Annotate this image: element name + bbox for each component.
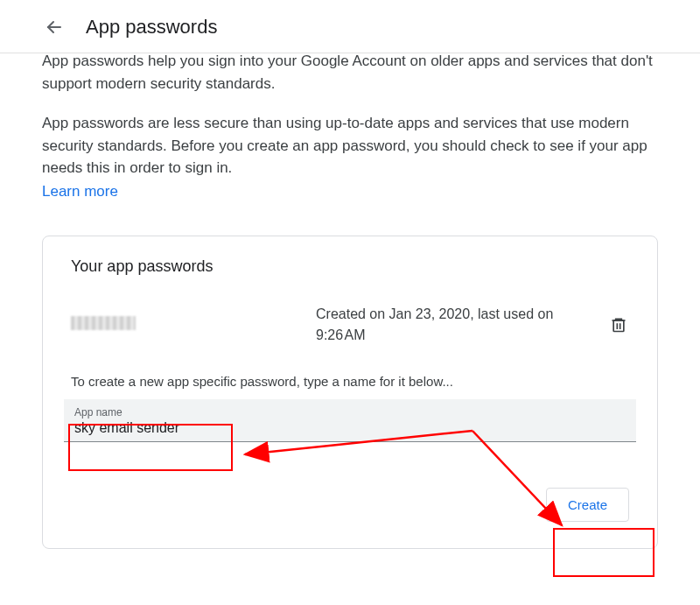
- intro-paragraph-2: App passwords are less secure than using…: [42, 112, 658, 179]
- app-name-field[interactable]: App name: [64, 399, 636, 442]
- create-button[interactable]: Create: [546, 488, 629, 522]
- learn-more-link[interactable]: Learn more: [42, 183, 118, 200]
- create-button-row: Create: [64, 488, 636, 522]
- app-name-input[interactable]: [74, 420, 626, 436]
- delete-password-button[interactable]: [608, 314, 629, 335]
- app-name-label: App name: [74, 406, 626, 419]
- page-title: App passwords: [86, 16, 217, 39]
- passwords-card: Your app passwords Created on Jan 23, 20…: [42, 236, 658, 549]
- existing-password-name: [71, 316, 316, 334]
- intro-paragraph-1: App passwords help you sign into your Go…: [42, 50, 658, 95]
- page-header: App passwords: [0, 0, 700, 53]
- main-content: App passwords help you sign into your Go…: [0, 50, 700, 549]
- redacted-label: [71, 316, 136, 330]
- existing-password-meta: Created on Jan 23, 2020, last used on 9:…: [316, 304, 608, 346]
- svg-rect-0: [613, 320, 624, 332]
- card-title: Your app passwords: [64, 257, 636, 276]
- back-arrow-icon[interactable]: [44, 17, 65, 38]
- existing-password-row: Created on Jan 23, 2020, last used on 9:…: [64, 300, 636, 363]
- create-instruction: To create a new app specific password, t…: [64, 374, 636, 389]
